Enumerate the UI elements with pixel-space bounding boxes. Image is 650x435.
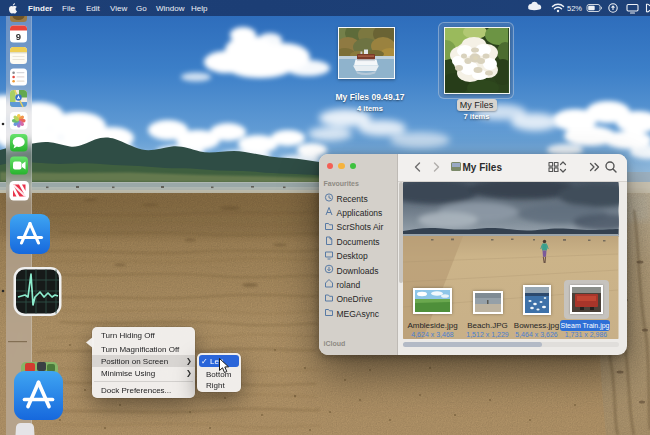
svg-text:9: 9 [16, 31, 21, 42]
